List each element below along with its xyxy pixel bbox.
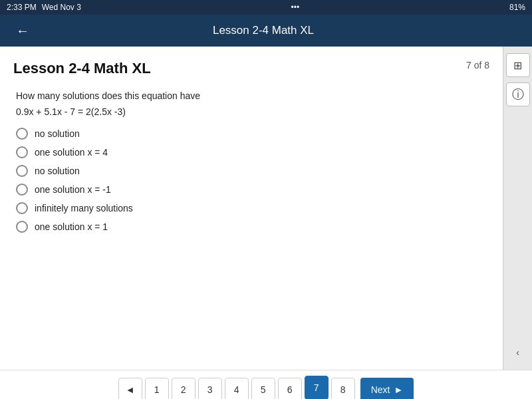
nav-title: Lesson 2-4 Math XL [35, 24, 492, 37]
radio-2[interactable] [16, 146, 28, 158]
prev-icon: ◄ [126, 384, 135, 395]
back-button[interactable]: ← [11, 21, 35, 41]
radio-6[interactable] [16, 221, 28, 233]
radio-5[interactable] [16, 202, 28, 214]
option-item-2[interactable]: one solution x = 4 [16, 146, 489, 158]
content-area: Lesson 2-4 Math XL 7 of 8 How many solut… [0, 47, 503, 370]
page-btn-4[interactable]: 4 [225, 378, 249, 400]
page-label-4: 4 [234, 384, 239, 395]
info-icon-button[interactable]: ⓘ [506, 82, 530, 106]
options-list: no solution one solution x = 4 no soluti… [13, 128, 489, 233]
radio-4[interactable] [16, 184, 28, 196]
radio-1[interactable] [16, 128, 28, 140]
page-counter: 7 of 8 [466, 60, 489, 70]
page-btn-3[interactable]: 3 [198, 378, 222, 400]
page-label-1: 1 [154, 384, 160, 395]
question-text: How many solutions does this equation ha… [13, 90, 489, 101]
status-time: 2:33 PM [7, 3, 37, 12]
page-title: Lesson 2-4 Math XL [13, 60, 151, 77]
page-label-7: 7 [314, 382, 319, 393]
next-icon: ► [394, 384, 403, 395]
grid-icon-button[interactable]: ⊞ [506, 53, 530, 77]
grid-icon: ⊞ [513, 59, 522, 72]
page-label-2: 2 [181, 384, 186, 395]
page-btn-6[interactable]: 6 [278, 378, 302, 400]
page-btn-8[interactable]: 8 [331, 378, 355, 400]
status-dots: ••• [291, 3, 300, 12]
option-label-1: no solution [35, 128, 80, 139]
active-page-wrapper: 7 [305, 376, 329, 399]
option-label-2: one solution x = 4 [35, 147, 108, 158]
back-icon: ← [16, 23, 29, 38]
option-item-1[interactable]: no solution [16, 128, 489, 140]
chevron-left-icon: ‹ [516, 347, 519, 358]
option-label-5: infinitely many solutions [35, 203, 133, 213]
page-label-6: 6 [287, 384, 293, 395]
status-battery: 81% [509, 3, 525, 12]
prev-page-button[interactable]: ◄ [118, 378, 142, 400]
option-label-6: one solution x = 1 [35, 221, 108, 232]
option-label-3: no solution [35, 166, 80, 176]
main-container: Lesson 2-4 Math XL 7 of 8 How many solut… [0, 47, 532, 370]
page-label-8: 8 [340, 384, 346, 395]
page-header: Lesson 2-4 Math XL 7 of 8 [13, 60, 489, 77]
page-btn-7[interactable]: 7 [305, 376, 329, 399]
option-label-4: one solution x = -1 [35, 184, 111, 195]
page-btn-5[interactable]: 5 [251, 378, 275, 400]
status-bar: 2:33 PM Wed Nov 3 ••• 81% [0, 0, 532, 15]
top-nav: ← Lesson 2-4 Math XL [0, 15, 532, 47]
status-date: Wed Nov 3 [42, 3, 81, 12]
page-label-5: 5 [261, 384, 266, 395]
option-item-5[interactable]: infinitely many solutions [16, 202, 489, 214]
page-label-3: 3 [207, 384, 213, 395]
sidebar-collapse-button[interactable]: ‹ [506, 340, 530, 364]
equation: 0.9x + 5.1x - 7 = 2(2.5x -3) [13, 106, 489, 117]
option-item-3[interactable]: no solution [16, 165, 489, 177]
info-icon: ⓘ [512, 86, 524, 102]
option-item-4[interactable]: one solution x = -1 [16, 184, 489, 196]
next-label: Next [371, 384, 390, 395]
page-btn-2[interactable]: 2 [172, 378, 196, 400]
sidebar-icons: ⊞ ⓘ ‹ [503, 47, 532, 370]
page-btn-1[interactable]: 1 [145, 378, 169, 400]
option-item-6[interactable]: one solution x = 1 [16, 221, 489, 233]
radio-3[interactable] [16, 165, 28, 177]
pagination-container: ◄ 1 2 3 4 5 6 7 8 Next ► [0, 370, 532, 399]
next-button[interactable]: Next ► [360, 378, 414, 400]
